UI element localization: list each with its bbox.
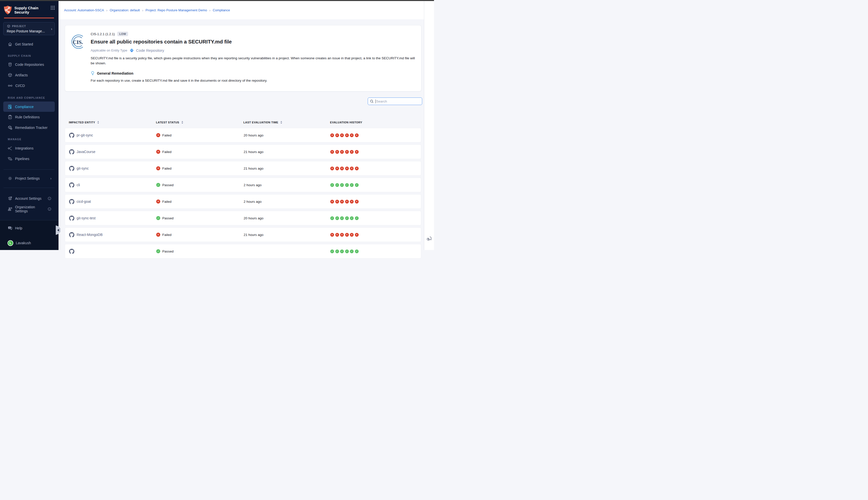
history-failed-icon[interactable]: ✕ [330,233,334,237]
sidebar-item-compliance[interactable]: Compliance [3,102,55,112]
sidebar-item-get-started[interactable]: Get Started [3,39,55,49]
entity-name-link[interactable]: React-MongoDB [77,233,103,237]
history-failed-icon[interactable]: ✕ [340,167,344,170]
sidebar-item-remediation-tracker[interactable]: Remediation Tracker [3,123,55,133]
history-passed-icon[interactable]: ✓ [330,216,334,220]
info-icon[interactable] [47,196,51,201]
infinity-icon [8,83,13,88]
history-passed-icon[interactable]: ✓ [355,183,359,187]
history-failed-icon[interactable]: ✕ [355,134,359,137]
history-failed-icon[interactable]: ✕ [330,167,334,170]
history-passed-icon[interactable]: ✓ [340,250,344,250]
support-chat-icon[interactable] [426,236,432,243]
history-passed-icon[interactable]: ✓ [355,216,359,220]
sidebar-item-artifacts[interactable]: Artifacts [3,70,55,80]
table-row[interactable]: cicd-goat ✕ Failed 2 hours ago ✕✕✕✕✕✕ [65,194,421,209]
history-passed-icon[interactable]: ✓ [350,250,354,250]
sidebar-item-integrations[interactable]: Integrations [3,143,55,153]
history-failed-icon[interactable]: ✕ [340,233,344,237]
info-icon[interactable] [47,207,51,211]
history-passed-icon[interactable]: ✓ [340,183,344,187]
artifact-cube-icon [8,72,13,78]
evaluation-history-cell: ✓✓✓✓✓✓ [330,183,421,187]
sort-icon [97,121,99,124]
sidebar-item-label: Compliance [15,105,34,109]
entity-name-link[interactable]: git-sync [77,166,89,170]
user-menu[interactable]: L Lavakush [3,238,55,248]
history-failed-icon[interactable]: ✕ [335,200,339,204]
history-failed-icon[interactable]: ✕ [350,150,354,154]
history-passed-icon[interactable]: ✓ [355,250,359,250]
history-failed-icon[interactable]: ✕ [335,150,339,154]
table-row[interactable]: git-sync ✕ Failed 21 hours ago ✕✕✕✕✕✕ [65,161,421,175]
history-failed-icon[interactable]: ✕ [345,233,349,237]
breadcrumb-link[interactable]: Project: Repo Posture Management Demo [146,8,207,12]
history-failed-icon[interactable]: ✕ [350,134,354,137]
history-failed-icon[interactable]: ✕ [355,200,359,204]
sidebar-item-account-settings[interactable]: Account Settings [3,193,55,204]
table-row[interactable]: cli ✓ Passed 2 hours ago ✓✓✓✓✓✓ [65,178,421,192]
history-passed-icon[interactable]: ✓ [330,183,334,187]
history-passed-icon[interactable]: ✓ [345,216,349,220]
history-failed-icon[interactable]: ✕ [350,200,354,204]
sidebar-item-organization-settings[interactable]: Organization Settings [3,204,55,214]
sidebar-item-project-settings[interactable]: Project Settings › [3,173,55,183]
entity-name-link[interactable]: pr-git-sync [77,133,93,137]
entity-name-link[interactable]: JavaCourse [77,150,95,154]
history-passed-icon[interactable]: ✓ [345,250,349,250]
history-failed-icon[interactable]: ✕ [345,150,349,154]
history-passed-icon[interactable]: ✓ [345,183,349,187]
history-failed-icon[interactable]: ✕ [350,233,354,237]
history-failed-icon[interactable]: ✕ [330,200,334,204]
table-row[interactable]: pr-git-sync ✕ Failed 20 hours ago ✕✕✕✕✕✕ [65,128,421,143]
history-failed-icon[interactable]: ✕ [335,233,339,237]
breadcrumb-link[interactable]: Organization: default [110,8,140,12]
sidebar-item-rule-definitions[interactable]: Rule Definitions [3,112,55,122]
column-header-latest-status[interactable]: LATEST STATUS [156,121,243,124]
history-passed-icon[interactable]: ✓ [335,216,339,220]
search-input[interactable] [376,100,419,103]
status-icon: ✕ [156,200,160,204]
column-header-last-evaluation-time[interactable]: LAST EVALUATION TIME [243,121,330,124]
table-row[interactable]: git-sync-test ✓ Passed 20 hours ago ✓✓✓✓… [65,211,421,225]
history-failed-icon[interactable]: ✕ [345,134,349,137]
history-failed-icon[interactable]: ✕ [335,134,339,137]
entity-name-link[interactable]: cicd-goat [77,200,91,204]
history-passed-icon[interactable]: ✓ [335,183,339,187]
table-row[interactable]: ✓ Passed ✓✓✓✓✓✓ [65,244,421,250]
history-failed-icon[interactable]: ✕ [340,200,344,204]
table-row[interactable]: JavaCourse ✕ Failed 21 hours ago ✕✕✕✕✕✕ [65,145,421,159]
rule-title: Ensure all public repositories contain a… [91,39,417,45]
history-passed-icon[interactable]: ✓ [350,216,354,220]
history-failed-icon[interactable]: ✕ [330,150,334,154]
history-failed-icon[interactable]: ✕ [355,233,359,237]
status-label: Passed [162,216,174,220]
sidebar-item-cicd[interactable]: CI/CD [3,81,55,91]
column-header-impacted-entity[interactable]: IMPACTED ENTITY [69,121,156,124]
text-caret [375,100,376,103]
history-failed-icon[interactable]: ✕ [340,134,344,137]
history-failed-icon[interactable]: ✕ [350,167,354,170]
app-switcher-icon[interactable] [50,5,56,12]
history-passed-icon[interactable]: ✓ [330,250,334,250]
table-row[interactable]: React-MongoDB ✕ Failed 21 hours ago ✕✕✕✕… [65,227,421,242]
history-failed-icon[interactable]: ✕ [335,167,339,170]
svg-text:CIS.: CIS. [73,39,83,45]
history-passed-icon[interactable]: ✓ [350,183,354,187]
entity-name-link[interactable]: cli [77,183,80,187]
breadcrumb-link[interactable]: Account: Automation-SSCA [64,8,104,12]
project-selector[interactable]: PROJECT Repo Posture Manage... › [3,22,55,35]
history-failed-icon[interactable]: ✕ [345,167,349,170]
history-failed-icon[interactable]: ✕ [340,150,344,154]
history-passed-icon[interactable]: ✓ [335,250,339,250]
history-failed-icon[interactable]: ✕ [355,150,359,154]
sidebar-item-code-repositories[interactable]: Code Repositories [3,59,55,70]
breadcrumb-link[interactable]: Compliance [213,8,230,12]
history-failed-icon[interactable]: ✕ [355,167,359,170]
history-failed-icon[interactable]: ✕ [345,200,349,204]
entity-name-link[interactable]: git-sync-test [77,216,95,220]
history-failed-icon[interactable]: ✕ [330,134,334,137]
history-passed-icon[interactable]: ✓ [340,216,344,220]
help-button[interactable]: ? Help [3,224,55,233]
sidebar-item-pipelines[interactable]: Pipelines [3,154,55,164]
